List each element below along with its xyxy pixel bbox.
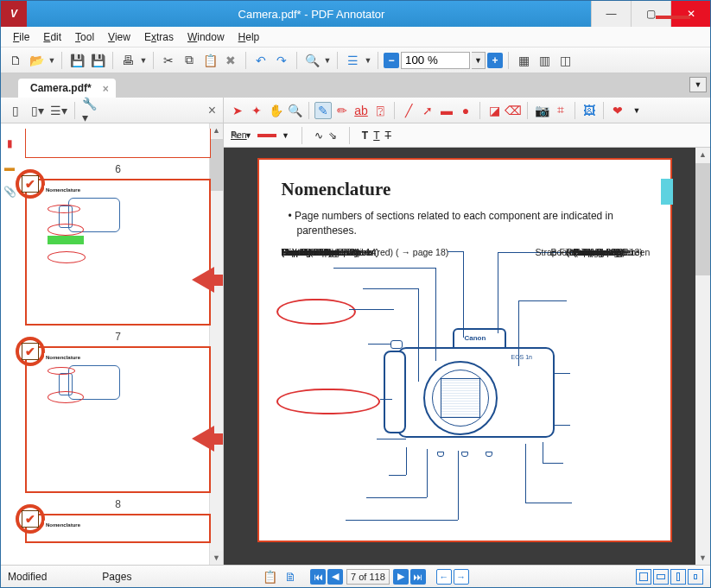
- close-window-button[interactable]: ✕: [670, 1, 710, 27]
- erase-all-icon[interactable]: ⌫: [505, 102, 522, 119]
- print-icon[interactable]: 🖶: [118, 51, 137, 70]
- print-dropdown-icon[interactable]: ▼: [139, 51, 148, 70]
- rectangle-tool-icon[interactable]: ▬: [438, 102, 455, 119]
- menu-file[interactable]: File: [8, 29, 35, 45]
- list-dropdown-icon[interactable]: ▼: [364, 51, 372, 70]
- minimize-button[interactable]: —: [591, 1, 631, 27]
- menu-help[interactable]: Help: [233, 29, 265, 45]
- line-tool-icon[interactable]: ╱: [400, 102, 417, 119]
- zoom-dropdown-icon[interactable]: ▼: [472, 52, 486, 69]
- eraser-tool-icon[interactable]: ◪: [486, 102, 503, 119]
- text-strike-icon[interactable]: T: [385, 130, 391, 142]
- fit-page-icon[interactable]: ▦: [514, 51, 533, 70]
- fit-width-icon[interactable]: ▥: [535, 51, 554, 70]
- snapshot-tool-icon[interactable]: 📷: [533, 102, 550, 119]
- find-dropdown-icon[interactable]: ▼: [323, 51, 332, 70]
- tab-overflow-button[interactable]: ▼: [689, 77, 707, 92]
- pen-tool-icon[interactable]: ✎: [314, 102, 332, 119]
- thumb-checkbox[interactable]: [22, 175, 39, 193]
- export-icon[interactable]: 🗎: [281, 567, 300, 586]
- copy-icon[interactable]: ⧉: [180, 51, 199, 70]
- last-page-button[interactable]: ⏭: [410, 569, 426, 585]
- cut-icon[interactable]: ✂: [159, 51, 178, 70]
- app-window: V Camera.pdf* - PDF Annotator — ▢ ✕ File…: [0, 0, 711, 588]
- menu-window[interactable]: Window: [182, 29, 230, 45]
- delete-icon[interactable]: ✖: [221, 51, 240, 70]
- zoom-out-button[interactable]: −: [384, 53, 399, 68]
- marker-tool-icon[interactable]: ✏: [333, 102, 351, 119]
- thumb-red-circle: [48, 391, 84, 403]
- single-page-icon[interactable]: ▯: [6, 101, 25, 120]
- single-page-view-icon[interactable]: [636, 569, 651, 585]
- menu-extras[interactable]: Extras: [139, 29, 179, 45]
- zoom-input[interactable]: [401, 52, 470, 69]
- image-tool-icon[interactable]: 🖼: [581, 102, 598, 119]
- scroll-handle[interactable]: [695, 163, 710, 275]
- page-thumbnail[interactable]: Nomenclature: [25, 179, 211, 326]
- continuous-view-icon[interactable]: [653, 569, 669, 585]
- page-number-display[interactable]: 7 of 118: [346, 569, 390, 585]
- scroll-up-icon[interactable]: ▲: [695, 148, 710, 161]
- pan-tool-icon[interactable]: ✋: [267, 102, 284, 119]
- maximize-button[interactable]: ▢: [631, 1, 670, 27]
- text-bold-icon[interactable]: T: [362, 130, 368, 142]
- tab-close-icon[interactable]: ×: [103, 83, 109, 95]
- thumb-checkbox[interactable]: [22, 343, 39, 360]
- favorites-dropdown-icon[interactable]: ▼: [628, 102, 645, 119]
- thumb-checkbox[interactable]: [22, 510, 39, 528]
- new-doc-icon[interactable]: 🗋: [6, 51, 25, 70]
- two-page-icon[interactable]: ◫: [555, 51, 575, 70]
- undo-icon[interactable]: ↶: [251, 51, 270, 70]
- text-underline-icon[interactable]: T: [373, 130, 379, 142]
- stamp-tool-icon[interactable]: ⍰: [371, 102, 389, 119]
- text-tool-icon[interactable]: ab: [352, 102, 370, 119]
- callout-arrow-icon: [192, 426, 223, 452]
- page-thumbnail[interactable]: Nomenclature: [25, 514, 211, 543]
- page-options-icon[interactable]: ▯▾: [28, 101, 47, 120]
- scroll-up-icon[interactable]: ▲: [210, 123, 223, 137]
- scroll-down-icon[interactable]: ▼: [210, 551, 223, 565]
- thumbnails-icon[interactable]: ☰▾: [49, 101, 68, 120]
- settings-icon[interactable]: 🔧▾: [81, 101, 100, 120]
- next-page-button[interactable]: ▶: [393, 569, 409, 585]
- list-icon[interactable]: ☰: [343, 51, 362, 70]
- pointer-tool-icon[interactable]: ➤: [229, 102, 246, 119]
- favorites-icon[interactable]: ❤: [609, 102, 626, 119]
- clipboard-icon[interactable]: 📋: [260, 567, 279, 586]
- page-thumbnail[interactable]: [25, 129, 211, 158]
- paste-icon[interactable]: 📋: [200, 51, 219, 70]
- find-icon[interactable]: 🔍: [302, 51, 321, 70]
- ellipse-tool-icon[interactable]: ●: [457, 102, 474, 119]
- open-dropdown-icon[interactable]: ▼: [48, 51, 56, 70]
- sidebar-scrollbar[interactable]: ▲ ▼: [209, 123, 223, 565]
- menu-view[interactable]: View: [103, 29, 136, 45]
- zoom-tool-icon[interactable]: 🔍: [286, 102, 303, 119]
- lasso-tool-icon[interactable]: ✦: [248, 102, 265, 119]
- document-tab[interactable]: Camera.pdf* ×: [18, 79, 116, 98]
- save-icon[interactable]: 💾: [67, 51, 86, 70]
- curve-style-icon[interactable]: ∿: [314, 130, 323, 142]
- redo-icon[interactable]: ↷: [272, 51, 291, 70]
- stroke-width-swatch[interactable]: [257, 134, 276, 137]
- save-as-icon[interactable]: 💾: [88, 51, 107, 70]
- open-icon[interactable]: 📂: [27, 51, 46, 70]
- width-dropdown-icon[interactable]: ▼: [282, 131, 289, 140]
- arrow-tool-icon[interactable]: ➚: [419, 102, 436, 119]
- two-page-view-icon[interactable]: [670, 569, 686, 585]
- menu-tool[interactable]: Tool: [70, 29, 99, 45]
- first-page-button[interactable]: ⏮: [310, 569, 326, 585]
- document-viewport[interactable]: ▲ ▼ Nomenclature Page numbers of section…: [224, 148, 710, 565]
- sidebar-close-icon[interactable]: ×: [208, 103, 216, 118]
- line-style-icon[interactable]: ⇘: [328, 130, 337, 142]
- scroll-down-icon[interactable]: ▼: [695, 551, 710, 565]
- scroll-handle[interactable]: [210, 139, 223, 191]
- book-view-icon[interactable]: [688, 569, 703, 585]
- menu-edit[interactable]: Edit: [38, 29, 67, 45]
- nav-back-button[interactable]: ←: [436, 569, 452, 585]
- nav-forward-button[interactable]: →: [454, 569, 469, 585]
- crop-tool-icon[interactable]: ⌗: [552, 102, 569, 119]
- page-thumbnail[interactable]: Nomenclature: [25, 346, 211, 493]
- viewport-scrollbar[interactable]: ▲ ▼: [695, 148, 710, 565]
- zoom-in-button[interactable]: +: [487, 53, 503, 68]
- prev-page-button[interactable]: ◀: [327, 569, 343, 585]
